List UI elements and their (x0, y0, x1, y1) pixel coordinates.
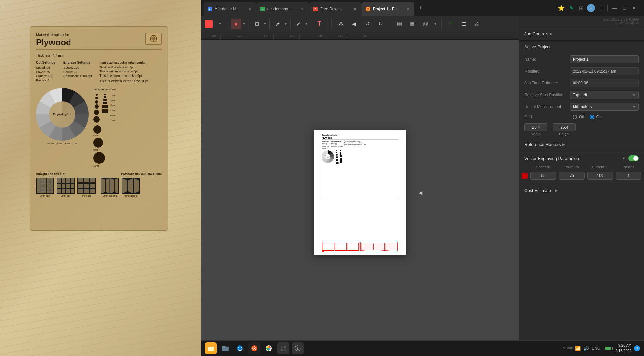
tray-wifi-icon[interactable]: 📶 (575, 346, 581, 351)
text-tool-btn[interactable]: T (314, 19, 324, 29)
cut-btn[interactable] (472, 19, 483, 29)
draw-tool-btn[interactable] (272, 19, 283, 29)
layer-color-swatch[interactable] (522, 173, 528, 179)
browser-tab-2[interactable]: a academany... ✕ (256, 2, 309, 16)
grid-off-radio[interactable]: Off (573, 115, 584, 119)
tab-favicon-2: a (260, 7, 265, 11)
cost-estimate-header[interactable]: Cost Estimate ▶ (519, 184, 644, 197)
version-info: 2020.10.28-2.3.0-R1699 555c252f3-8F38 (519, 16, 644, 27)
grid-on-radio[interactable]: On (590, 115, 602, 119)
panel-toggle-arrow[interactable]: ◀ (418, 190, 422, 196)
cut-current: Current: 100 (36, 74, 55, 78)
window-maximize-btn[interactable]: □ (620, 3, 629, 13)
reference-markers-header[interactable]: Reference Markers ▶ (519, 138, 644, 151)
current-input[interactable]: 100 (587, 172, 613, 180)
svg-rect-27 (463, 24, 465, 24)
parabolic-flex-label: Parabolic flex cut: 16x1.5mm (121, 172, 162, 176)
new-tab-button[interactable]: + (416, 3, 425, 13)
layers-btn[interactable] (407, 19, 418, 29)
clock[interactable]: 9:26 AM 2/13/2022 (615, 343, 631, 353)
color-dropdown-btn[interactable]: ▼ (215, 19, 225, 29)
back-btn[interactable]: ◀ (349, 19, 359, 29)
tab-close-1[interactable]: ✕ (247, 6, 252, 12)
window-minimize-btn[interactable]: — (610, 3, 619, 13)
vector-engraving-title: Vector Engraving Parameters (524, 156, 619, 161)
grid-height-label: Height (553, 132, 576, 136)
select-tool-btn[interactable] (231, 19, 241, 29)
unit-select[interactable]: Millimeters ▼ (570, 103, 639, 111)
jog-controls-header[interactable]: Jog Controls ▶ (519, 27, 644, 40)
vector-engraving-header[interactable]: Vector Engraving Parameters ▼ (519, 151, 644, 165)
grid-width-input[interactable]: 25.4 (524, 123, 547, 131)
svg-text:420: 420 (264, 34, 268, 38)
job-time-field-row: Job Time Estimate: 00:00:06 (519, 77, 644, 89)
vector-expand-icon[interactable]: ▼ (622, 156, 626, 160)
taskbar-file-explorer[interactable] (205, 342, 217, 354)
language-indicator[interactable]: ENG (592, 346, 600, 351)
copy-dropdown-btn[interactable]: ▼ (434, 19, 437, 29)
tab-close-3[interactable]: ✕ (352, 6, 358, 12)
name-value[interactable]: Project 1 (570, 55, 639, 63)
draw-dropdown-btn[interactable]: ▼ (284, 19, 288, 29)
color-picker-btn[interactable] (205, 20, 213, 28)
vector-engraving-toggle[interactable] (628, 155, 639, 161)
tray-battery-icon (605, 347, 613, 350)
engraving-wheel: Engraving test (36, 88, 89, 141)
rect-dropdown-btn[interactable]: ▼ (263, 19, 267, 29)
cut-speed: Speed: 95 (36, 66, 55, 69)
redo-btn[interactable]: ↻ (375, 19, 386, 29)
undo-btn[interactable]: ↺ (362, 19, 373, 29)
taskbar-lightburn[interactable] (248, 342, 260, 354)
svg-rect-22 (449, 22, 451, 24)
browser-tab-4[interactable]: Project 1 - F... ✕ (362, 2, 414, 16)
power-label: Power % (559, 165, 584, 169)
window-account-btn[interactable]: U (586, 3, 596, 13)
rel-start-select[interactable]: Top-Left ▼ (570, 91, 639, 99)
clock-time: 9:26 AM (615, 343, 631, 348)
tab-close-4[interactable]: ✕ (405, 6, 410, 12)
canvas-document: Material template for Plywood Cut Settin… (314, 130, 406, 255)
browser-tab-1[interactable]: A Afordable N... ✕ (204, 2, 256, 16)
window-more-btn[interactable]: ⋯ (596, 3, 605, 13)
edit-dropdown-btn[interactable]: ▼ (304, 19, 308, 29)
grid-btn[interactable] (394, 19, 405, 29)
browser-tab-3[interactable]: F Free Down... ✕ (309, 2, 362, 16)
volume-icon[interactable]: 🔊 (583, 346, 589, 351)
settings-row: Cut Settings Speed: 95 Power: 75 Current… (36, 61, 162, 84)
toolbar: ▼ ▼ ▼ (201, 16, 519, 32)
window-star-btn[interactable]: ⭐ (557, 3, 566, 13)
modified-value: 2022-02-13 09:26:37 am (570, 67, 639, 75)
svg-rect-21 (424, 23, 427, 26)
speed-input[interactable]: 55 (530, 172, 556, 180)
copy-btn[interactable] (420, 19, 431, 29)
window-collections-btn[interactable]: ⊞ (576, 3, 586, 13)
svg-rect-57 (281, 349, 283, 351)
taskbar-chrome[interactable] (263, 342, 275, 354)
taskbar-folder[interactable] (219, 342, 231, 354)
cut-passes: Passes: 1 (36, 78, 55, 82)
workspace[interactable]: Material template for Plywood Cut Settin… (201, 40, 519, 345)
engrave-settings-label: Engrave Settings (63, 61, 92, 64)
power-input[interactable]: 75 (559, 172, 584, 180)
passes-label: Passes (616, 165, 641, 169)
passes-input[interactable]: 1 (616, 172, 641, 180)
window-close-btn[interactable]: ✕ (630, 3, 639, 13)
rect-tool-btn[interactable] (252, 19, 262, 29)
jog-controls-title: Jog Controls (524, 31, 548, 36)
cut-settings-col: Cut Settings Speed: 95 Power: 75 Current… (36, 61, 55, 84)
warning-btn[interactable] (336, 19, 346, 29)
taskbar-app[interactable] (277, 342, 289, 354)
taskbar-inkscape[interactable] (292, 342, 304, 354)
name-field-row: Name: Project 1 (519, 53, 644, 65)
svg-rect-15 (397, 24, 399, 26)
taskbar-edge[interactable] (234, 342, 246, 354)
notification-badge[interactable]: 3 (634, 345, 640, 351)
select-dropdown-btn[interactable]: ▼ (242, 19, 246, 29)
edit-tool-btn[interactable] (293, 19, 304, 29)
grid-height-input[interactable]: 25.4 (553, 123, 576, 131)
tab-close-2[interactable]: ✕ (300, 6, 305, 12)
transform-btn[interactable] (446, 19, 456, 29)
align-btn[interactable] (459, 19, 469, 29)
tray-expand-icon[interactable]: ^ (563, 346, 565, 351)
window-pen-btn[interactable]: ✎ (567, 3, 576, 13)
